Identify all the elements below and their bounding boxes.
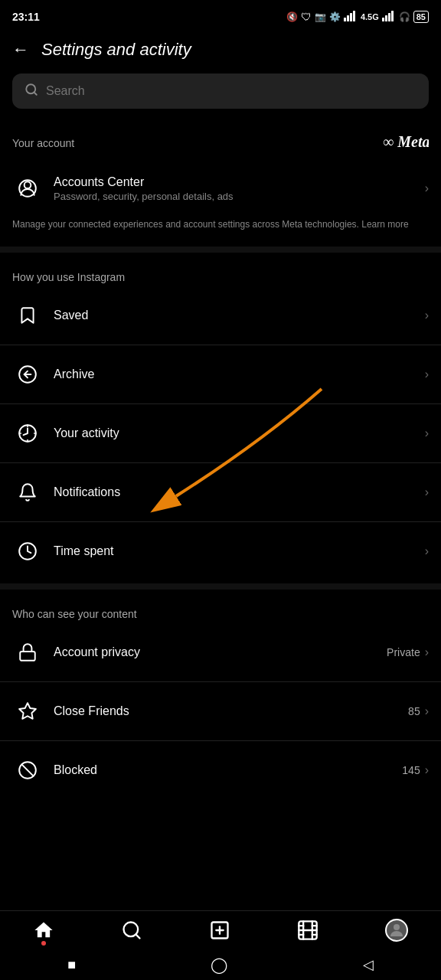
saved-chevron: › <box>425 309 429 322</box>
divider-2 <box>0 583 441 590</box>
settings-content: Your account ∞ Meta Accounts Center Pass… <box>0 74 441 888</box>
who-can-see-header: Who can see your content <box>0 596 441 626</box>
accounts-center-title: Accounts Center <box>54 175 425 189</box>
status-icons: 🔇 🛡 📷 ⚙️ 4.5G 🎧 85 <box>286 11 429 24</box>
time-spent-title: Time spent <box>54 544 425 558</box>
your-account-label: Your account <box>12 137 74 149</box>
settings-status-icon: ⚙️ <box>329 11 341 22</box>
search-bar[interactable] <box>12 74 429 109</box>
signal-bars <box>344 11 358 24</box>
search-input[interactable] <box>46 84 416 98</box>
nav-search[interactable] <box>121 920 142 941</box>
time-spent-content: Time spent <box>54 544 425 558</box>
account-privacy-title: Account privacy <box>54 645 387 659</box>
notifications-icon <box>12 477 43 508</box>
status-bar: 23:11 🔇 🛡 📷 ⚙️ 4.5G 🎧 85 <box>0 0 441 31</box>
meta-logo: ∞ Meta <box>383 130 429 156</box>
blocked-icon <box>12 755 43 786</box>
accounts-center-right: › <box>425 181 429 195</box>
divider-saved <box>0 345 441 345</box>
account-privacy-icon <box>12 637 43 668</box>
nav-create[interactable] <box>209 920 230 941</box>
close-friends-icon <box>12 696 43 727</box>
archive-item[interactable]: Archive › <box>0 348 441 400</box>
sys-nav-back[interactable]: ◁ <box>363 956 374 973</box>
status-time: 23:11 <box>12 11 40 23</box>
shield-icon: 🛡 <box>301 11 312 23</box>
account-privacy-chevron: › <box>425 645 429 659</box>
accounts-center-item[interactable]: Accounts Center Password, security, pers… <box>0 162 441 214</box>
divider-friends <box>0 740 441 741</box>
headphones-icon: 🎧 <box>399 11 410 22</box>
nav-home[interactable] <box>33 920 54 941</box>
svg-line-23 <box>136 934 140 938</box>
your-activity-icon <box>12 418 43 449</box>
account-privacy-item[interactable]: Account privacy Private › <box>0 626 441 678</box>
archive-right: › <box>425 368 429 381</box>
nav-reels[interactable] <box>297 920 318 941</box>
notifications-right: › <box>425 485 429 499</box>
time-spent-icon <box>12 536 43 567</box>
your-activity-chevron: › <box>425 426 429 440</box>
svg-line-21 <box>21 764 33 776</box>
signal-bars-2 <box>382 11 396 24</box>
svg-rect-7 <box>391 11 394 21</box>
nav-profile[interactable] <box>385 919 408 942</box>
blocked-item[interactable]: Blocked 145 › <box>0 744 441 796</box>
blocked-content: Blocked <box>54 763 402 777</box>
close-friends-right: 85 › <box>408 704 429 718</box>
how-you-use-items: Saved › Archive › <box>0 289 441 577</box>
your-activity-item[interactable]: Your activity › <box>0 407 441 459</box>
time-spent-item[interactable]: Time spent › <box>0 525 441 577</box>
battery-indicator: 85 <box>413 11 429 23</box>
your-activity-content: Your activity <box>54 426 425 440</box>
saved-item[interactable]: Saved › <box>0 289 441 341</box>
account-privacy-right: Private › <box>387 645 429 659</box>
svg-rect-18 <box>20 652 35 661</box>
svg-rect-1 <box>347 15 349 21</box>
your-account-header: Your account ∞ Meta <box>0 118 441 162</box>
close-friends-content: Close Friends <box>54 704 408 718</box>
notifications-title: Notifications <box>54 485 425 499</box>
bottom-navigation <box>0 910 441 949</box>
accounts-center-subtitle: Password, security, personal details, ad… <box>54 191 425 202</box>
blocked-chevron: › <box>425 763 429 777</box>
svg-rect-5 <box>385 15 387 21</box>
divider-privacy <box>0 681 441 682</box>
svg-marker-19 <box>19 703 36 719</box>
home-notification-dot <box>41 941 46 946</box>
sys-nav-square[interactable]: ■ <box>67 957 76 973</box>
page-title: Settings and activity <box>41 40 191 60</box>
notifications-item[interactable]: Notifications › <box>0 466 441 518</box>
archive-icon <box>12 359 43 390</box>
archive-chevron: › <box>425 368 429 381</box>
back-button[interactable]: ← <box>12 40 29 60</box>
mute-icon: 🔇 <box>286 11 298 22</box>
account-privacy-value: Private <box>387 646 420 658</box>
blocked-count: 145 <box>402 764 420 776</box>
svg-point-35 <box>394 924 400 930</box>
account-privacy-content: Account privacy <box>54 645 387 659</box>
accounts-center-icon <box>12 173 43 204</box>
notifications-content: Notifications <box>54 485 425 499</box>
close-friends-chevron: › <box>425 704 429 718</box>
svg-rect-2 <box>350 13 352 21</box>
divider-archive <box>0 403 441 404</box>
saved-content: Saved <box>54 309 425 322</box>
how-you-use-label: How you use Instagram <box>12 271 125 283</box>
sys-nav-circle[interactable]: ◯ <box>211 956 227 974</box>
svg-rect-6 <box>388 13 390 21</box>
header: ← Settings and activity <box>0 31 441 69</box>
your-activity-title: Your activity <box>54 426 425 440</box>
saved-title: Saved <box>54 309 425 322</box>
archive-content: Archive <box>54 368 425 381</box>
blocked-right: 145 › <box>402 763 429 777</box>
accounts-center-desc: Manage your connected experiences and ac… <box>0 214 441 240</box>
search-icon <box>24 83 38 100</box>
close-friends-item[interactable]: Close Friends 85 › <box>0 685 441 737</box>
who-can-see-label: Who can see your content <box>12 608 137 620</box>
blocked-title: Blocked <box>54 763 402 777</box>
accounts-center-content: Accounts Center Password, security, pers… <box>54 175 425 202</box>
notifications-chevron: › <box>425 485 429 499</box>
close-friends-title: Close Friends <box>54 704 408 718</box>
